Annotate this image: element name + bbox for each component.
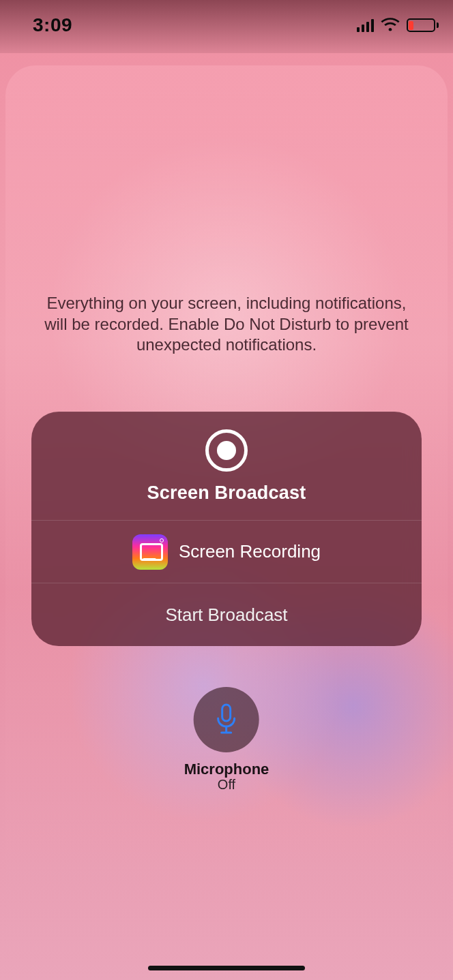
microphone-icon bbox=[213, 703, 240, 736]
microphone-label: Microphone bbox=[184, 761, 269, 778]
status-icons bbox=[357, 18, 436, 33]
broadcast-app-label: Screen Recording bbox=[179, 541, 321, 562]
microphone-block: Microphone Off bbox=[184, 687, 269, 793]
broadcast-app-row[interactable]: Screen Recording bbox=[31, 521, 422, 583]
status-time: 3:09 bbox=[33, 14, 72, 36]
battery-icon bbox=[407, 18, 435, 32]
start-broadcast-label: Start Broadcast bbox=[165, 604, 287, 626]
cellular-signal-icon bbox=[357, 18, 375, 32]
record-icon bbox=[205, 429, 248, 472]
microphone-toggle[interactable] bbox=[194, 687, 259, 752]
broadcast-card: Screen Broadcast Screen Recording Start … bbox=[31, 412, 422, 646]
wifi-icon bbox=[381, 18, 400, 33]
svg-rect-0 bbox=[222, 705, 231, 721]
screen-recording-app-icon bbox=[132, 534, 168, 570]
status-bar: 3:09 bbox=[0, 0, 453, 41]
home-indicator[interactable] bbox=[148, 966, 305, 970]
broadcast-card-header: Screen Broadcast bbox=[31, 412, 422, 521]
broadcast-title: Screen Broadcast bbox=[147, 483, 306, 504]
start-broadcast-button[interactable]: Start Broadcast bbox=[31, 583, 422, 646]
microphone-state: Off bbox=[184, 777, 269, 793]
recording-warning-text: Everything on your screen, including not… bbox=[41, 293, 412, 356]
